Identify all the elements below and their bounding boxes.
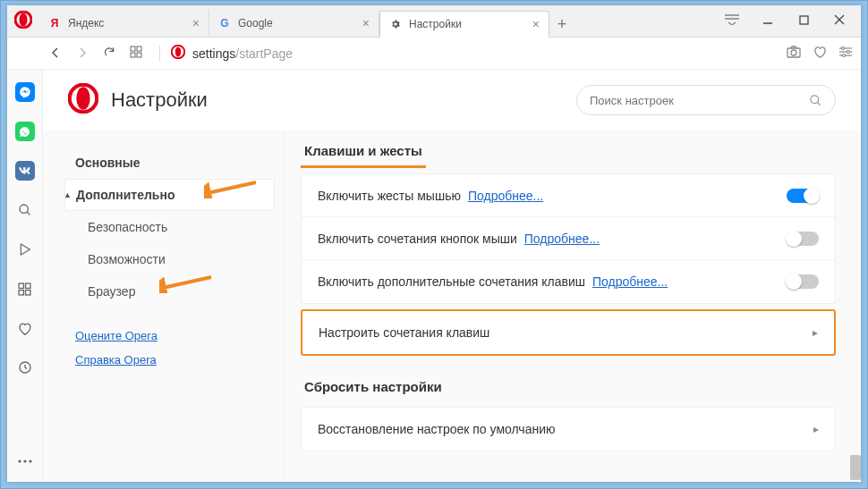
svg-rect-22 [19, 283, 23, 288]
annotation-arrow [204, 177, 258, 198]
scrollbar-thumb[interactable] [850, 455, 861, 480]
whatsapp-icon[interactable] [15, 122, 35, 141]
more-icon[interactable] [15, 451, 35, 471]
svg-line-33 [817, 102, 820, 105]
svg-rect-9 [137, 53, 141, 57]
sidebar-item-security[interactable]: Безопасность [64, 211, 275, 243]
svg-rect-23 [26, 283, 30, 288]
url-text: settings/startPage [192, 46, 293, 61]
address-bar: settings/startPage [7, 38, 861, 70]
svg-point-11 [175, 46, 181, 56]
back-button[interactable] [48, 46, 63, 61]
new-tab-button[interactable]: + [549, 12, 574, 37]
sidebar-item-label: Безопасность [88, 220, 167, 234]
side-rail [7, 70, 43, 482]
toggle-extra-shortcuts[interactable] [787, 274, 819, 289]
close-icon[interactable]: × [532, 17, 540, 31]
configure-shortcuts-row[interactable]: Настроить сочетания клавиш ▸ [302, 311, 834, 354]
svg-line-34 [208, 182, 256, 193]
reset-card: Восстановление настроек по умолчанию ▸ [301, 407, 836, 451]
heart-icon[interactable] [813, 46, 827, 61]
section-title-keys: Клавиши и жесты [301, 138, 426, 168]
tabs-menu-icon[interactable] [714, 7, 750, 32]
reset-settings-row[interactable]: Восстановление настроек по умолчанию ▸ [302, 408, 835, 451]
svg-point-31 [76, 87, 89, 110]
settings-sidebar: Основные ▲ Дополнительно Безопасность Во… [43, 131, 285, 482]
close-icon[interactable]: × [192, 16, 200, 30]
sidebar-item-label: Возможности [88, 252, 166, 266]
svg-rect-6 [131, 46, 135, 51]
sidebar-item-features[interactable]: Возможности [64, 243, 275, 275]
svg-point-28 [23, 459, 26, 462]
toggle-mouse-chords[interactable] [787, 232, 819, 246]
configure-shortcuts-card: Настроить сочетания клавиш ▸ [301, 309, 836, 356]
heart-rail-icon[interactable] [15, 318, 35, 338]
opera-menu-icon[interactable] [14, 11, 32, 32]
section-title-reset: Сбросить настройки [301, 374, 446, 401]
settings-header: Настройки [43, 70, 861, 131]
annotation-arrow [159, 272, 213, 293]
search-icon[interactable] [15, 200, 35, 220]
tab-strip: Я Яндекс × G Google × Настройки × + [7, 5, 861, 38]
chevron-right-icon: ▸ [813, 326, 818, 339]
keys-card: Включить жесты мышью Подробнее... Включи… [301, 173, 836, 304]
tab-google[interactable]: G Google × [209, 10, 379, 37]
window-controls [714, 7, 857, 32]
easy-setup-icon[interactable] [839, 46, 852, 61]
close-icon[interactable]: × [362, 16, 370, 30]
svg-point-20 [20, 205, 28, 213]
history-icon[interactable] [15, 358, 35, 377]
setting-row-mouse-chords: Включить сочетания кнопок мыши Подробнее… [302, 217, 835, 260]
sidebar-item-basic[interactable]: Основные [64, 147, 275, 179]
chevron-up-icon: ▲ [64, 190, 72, 199]
minimize-button[interactable] [750, 7, 786, 32]
settings-search[interactable] [576, 85, 836, 115]
svg-line-35 [163, 277, 211, 288]
svg-line-21 [27, 212, 30, 215]
tab-label: Яндекс [68, 17, 104, 30]
settings-search-input[interactable] [590, 94, 809, 107]
learn-more-link[interactable]: Подробнее... [468, 189, 543, 203]
chevron-right-icon: ▸ [813, 423, 819, 435]
close-window-button[interactable] [821, 7, 857, 32]
speed-dial-rail-icon[interactable] [15, 279, 35, 299]
learn-more-link[interactable]: Подробнее... [524, 232, 600, 246]
vk-icon[interactable] [15, 161, 35, 181]
svg-rect-24 [19, 290, 23, 294]
snapshot-icon[interactable] [787, 46, 801, 61]
gear-icon [389, 18, 402, 30]
sidebar-item-label: Дополнительно [76, 188, 174, 202]
toggle-mouse-gestures[interactable] [787, 189, 819, 203]
setting-label: Включить жесты мышью [318, 189, 461, 203]
setting-label: Настроить сочетания клавиш [319, 325, 489, 340]
svg-rect-25 [26, 290, 30, 294]
learn-more-link[interactable]: Подробнее... [592, 274, 668, 289]
page-title: Настройки [111, 89, 208, 112]
tab-yandex[interactable]: Я Яндекс × [39, 10, 209, 37]
reload-button[interactable] [102, 46, 116, 61]
tab-label: Настройки [409, 18, 462, 30]
content-area: Настройки Основные ▲ Дополнительно [7, 70, 861, 482]
help-opera-link[interactable]: Справка Opera [64, 353, 275, 367]
sidebar-item-label: Основные [75, 156, 140, 170]
speed-dial-icon[interactable] [129, 46, 143, 61]
sidebar-item-label: Браузер [88, 284, 135, 299]
setting-row-mouse-gestures: Включить жесты мышью Подробнее... [302, 174, 835, 217]
google-icon: G [218, 17, 231, 30]
tab-settings[interactable]: Настройки × [379, 11, 549, 38]
rate-opera-link[interactable]: Оцените Opera [64, 329, 275, 342]
opera-logo-icon [68, 83, 98, 117]
yandex-icon: Я [48, 17, 61, 30]
play-icon[interactable] [15, 240, 35, 259]
svg-point-17 [842, 47, 845, 50]
svg-rect-8 [131, 53, 135, 57]
svg-point-13 [791, 50, 796, 55]
maximize-button[interactable] [786, 7, 821, 32]
messenger-icon[interactable] [15, 82, 35, 102]
setting-label: Восстановление настроек по умолчанию [318, 422, 555, 436]
url-input[interactable]: settings/startPage [156, 45, 774, 62]
forward-button[interactable] [75, 46, 89, 61]
browser-window: Я Яндекс × G Google × Настройки × + [7, 5, 861, 482]
svg-point-29 [29, 459, 31, 462]
svg-point-27 [18, 459, 21, 462]
